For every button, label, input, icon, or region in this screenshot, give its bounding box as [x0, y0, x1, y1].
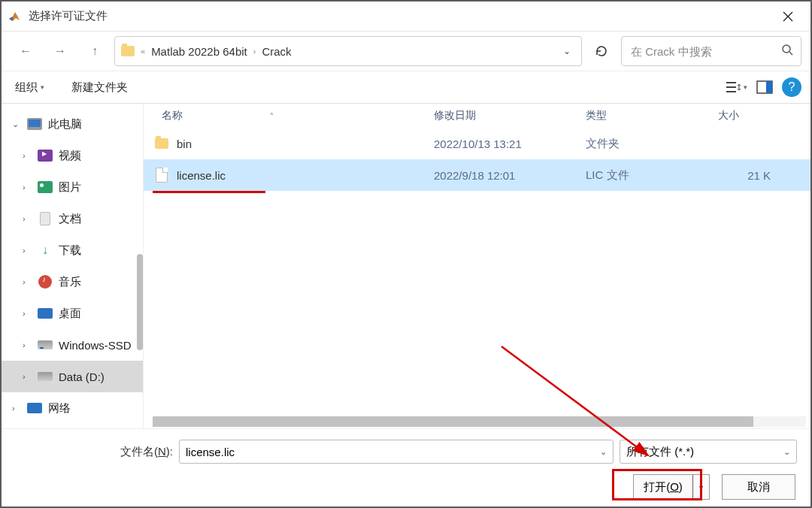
path-dropdown[interactable]: ⌄	[559, 43, 575, 59]
chevron-right-icon: ›	[23, 151, 32, 160]
file-date: 2022/10/13 13:21	[434, 138, 586, 150]
help-button[interactable]: ?	[782, 77, 801, 97]
forward-button[interactable]: →	[45, 36, 75, 66]
chevron-down-icon: ⌄	[783, 447, 790, 457]
column-date[interactable]: 修改日期	[434, 109, 586, 122]
filename-input[interactable]: license.lic ⌄	[179, 440, 614, 464]
column-type[interactable]: 类型	[586, 109, 718, 122]
sidebar-item-data-d[interactable]: ›Data (D:)	[2, 361, 143, 392]
chevron-right-icon: ›	[23, 246, 32, 255]
chevron-right-icon: ›	[23, 340, 32, 349]
window-title: 选择许可证文件	[29, 9, 771, 23]
chevron-right-icon: ›	[253, 47, 256, 56]
sidebar-label: 文档	[59, 212, 81, 226]
file-dialog-window: 选择许可证文件 ← → ↑ « Matlab 2022b 64bit › Cra…	[0, 0, 812, 508]
file-type: LIC 文件	[586, 168, 718, 183]
file-name: bin	[177, 138, 434, 150]
sidebar-item-video[interactable]: ›视频	[2, 140, 143, 171]
file-icon	[156, 168, 168, 183]
sidebar-item-downloads[interactable]: ›↓下载	[2, 234, 143, 266]
breadcrumb-seg-1[interactable]: Matlab 2022b 64bit	[151, 45, 247, 58]
search-icon	[781, 44, 793, 59]
breadcrumb[interactable]: « Matlab 2022b 64bit › Crack ⌄	[114, 36, 582, 66]
filetype-select[interactable]: 所有文件 (*.*) ⌄	[620, 440, 797, 464]
sidebar-label: Windows-SSD	[59, 339, 132, 352]
view-mode-button[interactable]: ▾	[725, 76, 747, 98]
filename-value: license.lic	[186, 446, 235, 458]
breadcrumb-seg-2[interactable]: Crack	[262, 45, 291, 58]
music-icon	[38, 275, 52, 289]
sidebar-item-pictures[interactable]: ›图片	[2, 171, 143, 203]
chevron-right-icon: ›	[23, 372, 32, 381]
search-input[interactable]	[629, 44, 781, 59]
file-row-folder[interactable]: bin 2022/10/13 13:21 文件夹	[144, 128, 810, 159]
file-list-pane: 名称˄ 修改日期 类型 大小 bin 2022/10/13 13:21 文件夹 …	[143, 104, 810, 428]
sidebar-item-network[interactable]: ›网络	[2, 392, 143, 424]
pc-icon	[27, 118, 42, 130]
filename-label: 文件名(N):	[120, 445, 173, 459]
file-type: 文件夹	[586, 137, 718, 151]
svg-point-0	[783, 45, 790, 53]
pictures-icon	[38, 181, 53, 193]
sidebar-scrollbar[interactable]	[137, 254, 143, 350]
file-row-license[interactable]: license.lic 2022/9/18 12:01 LIC 文件 21 K	[144, 159, 810, 191]
chevron-down-icon[interactable]: ⌄	[600, 447, 607, 457]
caret-down-icon: ▾	[41, 83, 44, 91]
organize-menu[interactable]: 组织▾	[11, 76, 49, 99]
chevron-down-icon: ⌄	[12, 119, 21, 129]
column-headers: 名称˄ 修改日期 类型 大小	[144, 104, 810, 128]
file-name: license.lic	[177, 169, 434, 182]
nav-row: ← → ↑ « Matlab 2022b 64bit › Crack ⌄	[2, 32, 810, 71]
sidebar: ⌄此电脑 ›视频 ›图片 ›文档 ›↓下载 ›音乐 ›桌面 ›Windows-S…	[2, 104, 143, 428]
sidebar-label: Data (D:)	[59, 370, 105, 383]
chevron-left-icon: «	[141, 47, 145, 56]
sidebar-label: 视频	[59, 149, 81, 163]
body-area: ⌄此电脑 ›视频 ›图片 ›文档 ›↓下载 ›音乐 ›桌面 ›Windows-S…	[2, 104, 810, 428]
chevron-right-icon: ›	[12, 404, 21, 413]
sort-asc-icon: ˄	[270, 112, 274, 120]
svg-rect-2	[766, 81, 772, 93]
cancel-button[interactable]: 取消	[722, 474, 795, 500]
footer: 文件名(N): license.lic ⌄ 所有文件 (*.*) ⌄ 打开(O)…	[2, 428, 810, 503]
download-icon: ↓	[42, 243, 48, 257]
open-button[interactable]: 打开(O) ▾	[633, 474, 710, 500]
chevron-right-icon: ›	[23, 183, 32, 192]
drive-icon	[38, 340, 53, 349]
open-split-dropdown[interactable]: ▾	[692, 475, 709, 499]
refresh-button[interactable]	[586, 36, 617, 66]
column-name[interactable]: 名称˄	[162, 109, 434, 122]
toolbar: 组织▾ 新建文件夹 ▾ ?	[2, 71, 810, 104]
button-row: 打开(O) ▾ 取消	[15, 474, 797, 500]
sidebar-label: 音乐	[59, 275, 81, 289]
desktop-icon	[38, 308, 53, 319]
column-size[interactable]: 大小	[718, 109, 771, 122]
sidebar-label: 下载	[59, 243, 81, 258]
sidebar-label: 桌面	[59, 307, 81, 321]
file-size: 21 K	[718, 169, 771, 182]
back-button[interactable]: ←	[11, 36, 41, 66]
sidebar-label: 此电脑	[48, 117, 82, 132]
close-button[interactable]	[771, 2, 804, 31]
drive-icon	[38, 372, 53, 381]
organize-label: 组织	[15, 80, 38, 95]
search-box[interactable]	[621, 36, 801, 66]
sidebar-item-documents[interactable]: ›文档	[2, 203, 143, 234]
chevron-right-icon: ›	[23, 309, 32, 318]
preview-pane-button[interactable]	[753, 76, 776, 98]
video-icon	[38, 150, 53, 162]
open-label: 打开(O)	[644, 480, 683, 494]
newfolder-label: 新建文件夹	[71, 80, 128, 95]
up-button[interactable]: ↑	[80, 36, 110, 66]
sidebar-item-pc[interactable]: ⌄此电脑	[2, 108, 143, 140]
scrollbar-thumb[interactable]	[153, 416, 753, 427]
horizontal-scrollbar[interactable]	[153, 416, 806, 427]
sidebar-item-desktop[interactable]: ›桌面	[2, 298, 143, 329]
new-folder-button[interactable]: 新建文件夹	[67, 76, 132, 99]
sidebar-item-music[interactable]: ›音乐	[2, 266, 143, 298]
matlab-icon	[8, 10, 21, 23]
folder-icon	[155, 138, 168, 149]
sidebar-item-windows-ssd[interactable]: ›Windows-SSD	[2, 329, 143, 361]
column-label: 名称	[162, 109, 183, 122]
titlebar: 选择许可证文件	[2, 2, 810, 32]
sidebar-label: 图片	[59, 180, 81, 195]
